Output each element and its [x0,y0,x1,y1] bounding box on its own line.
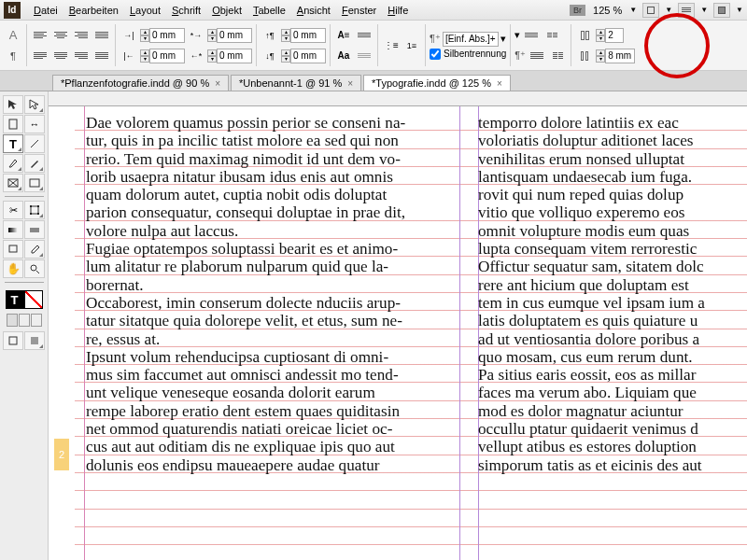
zoom-dropdown-icon[interactable]: ▼ [629,6,637,14]
svg-rect-11 [8,228,18,232]
control-panel: A ¶ →| ▴▾ *→ ▴▾ |← ▴▾ ←* ▴▾ [0,21,747,71]
apply-color-button[interactable] [7,314,18,327]
numbering-button[interactable]: 1≡ [402,36,421,55]
align-left-button[interactable] [31,26,49,45]
menu-layout[interactable]: Layout [124,3,166,18]
menu-objekt[interactable]: Objekt [206,3,247,18]
indent-right-field[interactable]: ▴▾ [140,49,185,63]
page-tool[interactable] [3,115,23,133]
canvas[interactable]: 2 Dae volorem quamus possin perior se co… [49,91,747,560]
tab-typografie[interactable]: *Typografie.indd @ 125 %× [363,75,511,91]
svg-rect-0 [9,119,17,129]
svg-line-1 [31,140,38,147]
align-justify-left-button[interactable] [31,47,49,65]
document-tabs: *Pflanzenfotografie.indd @ 90 %× *Unbena… [0,71,747,91]
tab-pflanzenfotografie[interactable]: *Pflanzenfotografie.indd @ 90 %× [52,75,229,91]
page-number-tab[interactable]: 2 [54,439,69,470]
view-mode-drop-1[interactable]: ▼ [665,6,672,14]
menu-ansicht[interactable]: Ansicht [291,3,336,18]
apply-gradient-button[interactable] [19,314,30,327]
char-mode-button[interactable]: A [4,26,22,45]
fill-stroke-swatch[interactable]: T [6,290,43,309]
space-after-icon: ↓¶ [261,47,279,65]
stroke-swatch[interactable] [24,290,43,309]
space-after-field[interactable]: ▴▾ [281,49,326,63]
screen-mode-button[interactable] [678,3,695,18]
indent-left-field[interactable]: ▴▾ [140,28,185,43]
align-center-button[interactable] [51,26,70,45]
gradient-swatch-tool[interactable] [3,220,23,239]
space-before-field[interactable]: ▴▾ [281,28,326,43]
gradient-feather-tool[interactable] [24,220,45,239]
clear-override-icon[interactable]: ¶⁺ [514,49,526,62]
split-columns-button[interactable] [543,26,561,45]
bullets-button[interactable]: ⋮≡ [382,36,401,55]
indent-last-field[interactable]: ▴▾ [207,49,252,63]
align-justify-all-button[interactable] [92,47,111,65]
preview-view-button[interactable] [24,331,45,350]
arrange-drop[interactable]: ▼ [736,6,743,14]
gutter-icon [575,47,594,65]
apply-none-button[interactable] [31,314,42,327]
columns-split-button[interactable] [548,47,567,65]
close-icon[interactable]: × [347,78,353,89]
tab-unbenannt[interactable]: *Unbenannt-1 @ 91 %× [231,75,361,91]
type-tool[interactable]: T [3,134,23,153]
zoom-level[interactable]: 125 % [591,5,624,16]
view-mode-button-1[interactable] [642,3,659,18]
svg-point-7 [30,205,32,207]
align-justify-right-button[interactable] [72,47,91,65]
menu-bearbeiten[interactable]: Bearbeiten [63,3,124,18]
toolbox: ↔ T ✂ ✋ T [0,91,49,560]
style-flyout-icon[interactable]: ▾ [514,29,520,41]
para-mode-button[interactable]: ¶ [4,47,22,65]
align-to-baseline-off-button[interactable] [355,26,374,45]
arrange-button[interactable] [713,3,730,18]
fill-swatch[interactable]: T [6,290,24,309]
para-style-dropdown[interactable]: [Einf. Abs.]+ [443,32,499,47]
rectangle-frame-tool[interactable] [3,174,23,192]
svg-point-8 [37,205,39,207]
free-transform-tool[interactable] [24,201,45,219]
columns-count-field[interactable]: ▴▾ [596,28,624,43]
eyedropper-tool[interactable] [24,240,45,259]
direct-selection-tool[interactable] [24,95,45,114]
text-column-1[interactable]: Dae volorem quamus possin perior se cons… [86,114,459,474]
menu-hilfe[interactable]: Hilfe [382,3,414,18]
close-icon[interactable]: × [497,78,502,89]
para-style-icon: ¶⁺ [430,33,441,45]
indent-first-icon: *→ [187,26,205,45]
align-justify-center-button[interactable] [51,47,70,65]
pen-tool[interactable] [3,154,23,173]
align-right-button[interactable] [72,26,91,45]
zoom-tool[interactable] [24,259,45,278]
svg-rect-17 [31,337,38,344]
span-columns-button[interactable] [522,26,541,45]
menu-tabelle[interactable]: Tabelle [247,3,291,18]
normal-view-button[interactable] [3,331,23,350]
screen-mode-drop[interactable]: ▼ [700,6,708,14]
horizontal-ruler[interactable] [49,91,747,106]
selection-tool[interactable] [3,95,23,114]
menu-datei[interactable]: Datei [28,3,63,18]
menu-fenster[interactable]: Fenster [336,3,382,18]
line-tool[interactable] [24,134,45,153]
indent-left-icon: →| [120,26,138,45]
pencil-tool[interactable] [24,154,45,173]
para-style-drop-icon[interactable]: ▾ [500,33,506,45]
scissors-tool[interactable]: ✂ [3,201,23,219]
indent-first-field[interactable]: ▴▾ [207,28,252,43]
text-column-2[interactable]: temporro dolore latintiis ex eac voloria… [478,114,747,474]
gap-tool[interactable]: ↔ [24,115,45,133]
note-tool[interactable] [3,240,23,259]
align-to-baseline-on-button[interactable] [355,47,374,65]
menu-schrift[interactable]: Schrift [166,3,206,18]
columns-all-button[interactable] [528,47,546,65]
hand-tool[interactable]: ✋ [3,259,23,278]
bridge-button[interactable]: Br [570,5,585,16]
rectangle-tool[interactable] [24,174,45,192]
close-icon[interactable]: × [215,78,220,89]
hyphenation-checkbox[interactable] [430,49,441,60]
align-justify-button[interactable] [92,26,111,45]
gutter-field[interactable]: ▴▾ [596,49,635,63]
